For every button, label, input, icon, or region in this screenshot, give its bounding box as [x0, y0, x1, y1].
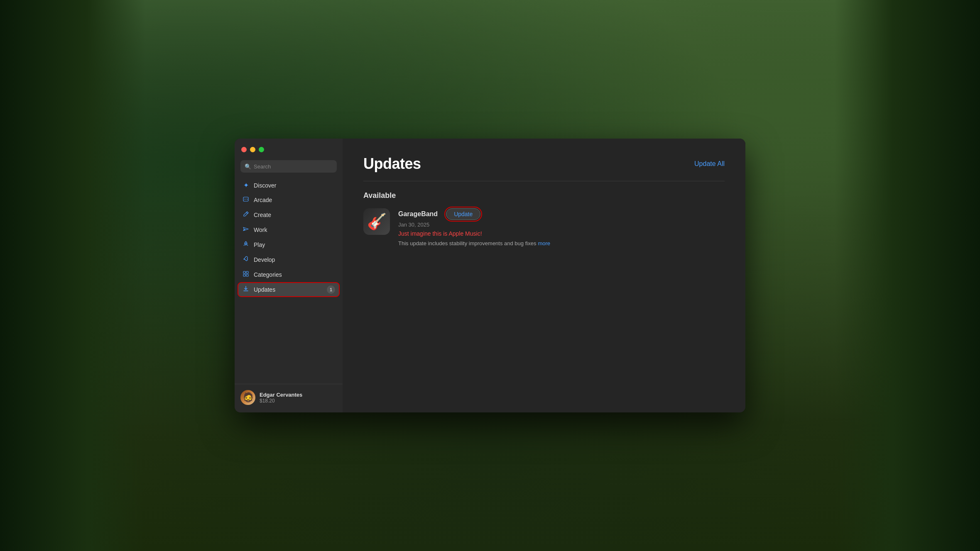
svg-point-5: [245, 243, 247, 244]
available-section-title: Available: [363, 191, 725, 200]
wrench-icon: [242, 256, 250, 264]
app-date: Jan 30, 2025: [398, 222, 725, 228]
sidebar-item-discover[interactable]: ✦ Discover: [238, 178, 339, 192]
content-header: Updates Update All: [363, 155, 725, 173]
nav-items: ✦ Discover Arcade: [235, 178, 343, 384]
sidebar: 🔍 Search ✦ Discover Arcad: [235, 139, 343, 412]
sidebar-item-work[interactable]: Work: [238, 223, 339, 237]
paper-plane-icon: [242, 226, 250, 234]
updates-badge: 1: [327, 285, 335, 294]
sidebar-item-label: Create: [254, 212, 335, 218]
app-name-row: GarageBand Update: [398, 208, 725, 220]
svg-rect-7: [246, 271, 248, 273]
game-icon: [242, 196, 250, 204]
download-icon: [242, 285, 250, 294]
sidebar-item-label: Work: [254, 227, 335, 233]
maximize-button[interactable]: [259, 147, 264, 152]
user-section[interactable]: 🧔 Edgar Cervantes $18.20: [235, 384, 343, 412]
app-details-garageband: GarageBand Update Jan 30, 2025 Just imag…: [398, 208, 725, 248]
svg-point-3: [247, 199, 248, 200]
main-content: Updates Update All Available 🎸 GarageBan…: [343, 139, 745, 412]
svg-rect-8: [243, 274, 245, 276]
update-all-button[interactable]: Update All: [694, 160, 725, 168]
app-icon-garageband: 🎸: [363, 208, 390, 235]
sidebar-item-arcade[interactable]: Arcade: [238, 193, 339, 207]
avatar: 🧔: [240, 390, 255, 405]
minimize-button[interactable]: [250, 147, 255, 152]
grid-icon: [242, 271, 250, 279]
app-promo-text: Just imagine this is Apple Music!: [398, 230, 725, 237]
search-placeholder: Search: [254, 163, 271, 170]
header-divider: [363, 181, 725, 181]
titlebar: [235, 139, 343, 160]
user-info: Edgar Cervantes $18.20: [260, 392, 302, 404]
svg-line-4: [246, 212, 247, 214]
app-name: GarageBand: [398, 210, 438, 218]
search-icon: 🔍: [245, 163, 251, 170]
star-icon: ✦: [242, 181, 250, 189]
app-window: 🔍 Search ✦ Discover Arcad: [235, 139, 745, 412]
sidebar-item-label: Discover: [254, 182, 335, 189]
update-button[interactable]: Update: [446, 208, 480, 220]
tree-decoration-right: [835, 0, 980, 551]
more-link[interactable]: more: [538, 240, 550, 246]
sidebar-item-label: Categories: [254, 271, 335, 278]
sidebar-item-label: Updates: [254, 286, 323, 293]
sidebar-item-updates[interactable]: Updates 1: [238, 283, 339, 297]
update-item: 🎸 GarageBand Update Jan 30, 2025 Just im…: [363, 208, 725, 248]
sidebar-item-label: Develop: [254, 256, 335, 263]
app-description: This update includes stability improveme…: [398, 239, 725, 248]
search-bar[interactable]: 🔍 Search: [240, 160, 337, 173]
page-title: Updates: [363, 155, 421, 173]
sidebar-item-label: Play: [254, 241, 335, 248]
sidebar-item-develop[interactable]: Develop: [238, 253, 339, 267]
close-button[interactable]: [241, 147, 247, 152]
rocket-icon: [242, 241, 250, 249]
svg-rect-9: [246, 274, 248, 276]
tree-decoration-left: [0, 0, 145, 551]
sidebar-item-create[interactable]: Create: [238, 208, 339, 222]
user-balance: $18.20: [260, 398, 302, 404]
pencil-icon: [242, 211, 250, 219]
sidebar-item-play[interactable]: Play: [238, 238, 339, 252]
sidebar-item-label: Arcade: [254, 197, 335, 203]
user-name: Edgar Cervantes: [260, 392, 302, 398]
svg-rect-6: [243, 271, 245, 273]
sidebar-item-categories[interactable]: Categories: [238, 268, 339, 282]
